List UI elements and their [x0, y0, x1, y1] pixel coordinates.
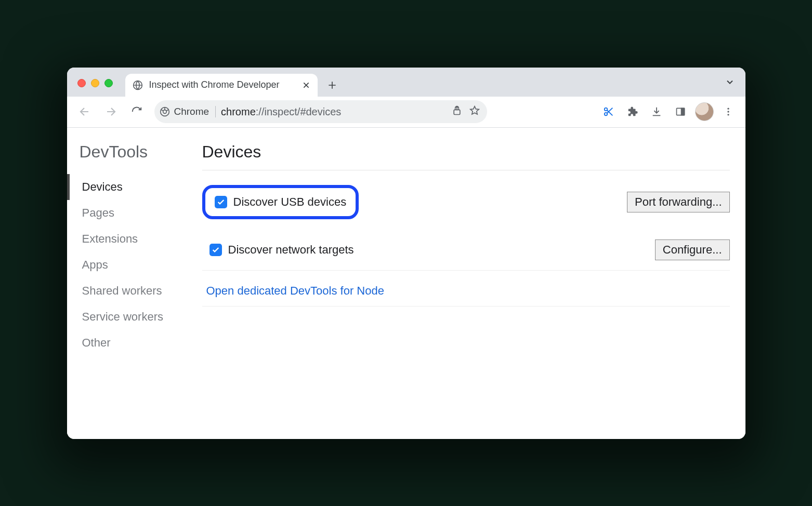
- titlebar: Inspect with Chrome Developer: [67, 68, 745, 97]
- sidebar-item-service-workers[interactable]: Service workers: [67, 304, 202, 330]
- active-tab[interactable]: Inspect with Chrome Developer: [125, 74, 318, 97]
- site-chip[interactable]: Chrome: [160, 106, 216, 117]
- svg-point-10: [727, 114, 729, 115]
- profile-avatar[interactable]: [693, 101, 715, 123]
- network-row: Discover network targets Configure...: [202, 236, 730, 271]
- svg-point-2: [163, 110, 166, 114]
- tab-search-button[interactable]: [725, 77, 735, 89]
- bookmark-icon[interactable]: [469, 105, 480, 118]
- sidebar-item-pages[interactable]: Pages: [67, 200, 202, 226]
- checkbox-checked-icon: [215, 196, 227, 208]
- close-window-button[interactable]: [77, 79, 86, 87]
- sidebar-item-other[interactable]: Other: [67, 330, 202, 356]
- discover-network-checkbox[interactable]: Discover network targets: [202, 239, 361, 261]
- sidebar-item-devices[interactable]: Devices: [67, 174, 202, 200]
- sidebar: DevTools Devices Pages Extensions Apps S…: [67, 128, 202, 439]
- checkbox-checked-icon: [209, 244, 222, 256]
- tab-title: Inspect with Chrome Developer: [149, 79, 296, 90]
- discover-usb-label: Discover USB devices: [233, 195, 347, 209]
- side-panel-icon[interactable]: [670, 101, 691, 123]
- configure-button[interactable]: Configure...: [655, 239, 730, 260]
- address-bar[interactable]: Chrome chrome://inspect/#devices: [154, 100, 487, 123]
- globe-icon: [133, 80, 143, 90]
- reload-button[interactable]: [125, 100, 148, 123]
- svg-point-5: [604, 113, 607, 116]
- port-forwarding-button[interactable]: Port forwarding...: [627, 192, 730, 212]
- node-link-row: Open dedicated DevTools for Node: [202, 278, 730, 307]
- svg-rect-7: [681, 108, 684, 115]
- site-chip-label: Chrome: [174, 106, 209, 117]
- sidebar-item-shared-workers[interactable]: Shared workers: [67, 278, 202, 304]
- page-content: DevTools Devices Pages Extensions Apps S…: [67, 128, 745, 439]
- sidebar-item-apps[interactable]: Apps: [67, 252, 202, 278]
- back-button[interactable]: [73, 100, 96, 123]
- discover-usb-checkbox[interactable]: Discover USB devices: [202, 185, 359, 219]
- discover-network-label: Discover network targets: [228, 243, 354, 257]
- downloads-icon[interactable]: [646, 101, 667, 123]
- toolbar-actions: [598, 101, 739, 123]
- sidebar-nav: Devices Pages Extensions Apps Shared wor…: [67, 174, 202, 356]
- share-icon[interactable]: [452, 105, 462, 118]
- window-controls: [73, 79, 125, 97]
- svg-point-8: [727, 108, 729, 110]
- page-title: Devices: [202, 142, 730, 170]
- scissors-icon[interactable]: [598, 101, 620, 123]
- browser-window: Inspect with Chrome Developer: [67, 68, 745, 439]
- svg-point-4: [604, 108, 607, 111]
- url-text: chrome://inspect/#devices: [221, 106, 446, 118]
- extensions-icon[interactable]: [622, 101, 644, 123]
- main-panel: Devices Discover USB devices Port forwar…: [202, 128, 745, 439]
- menu-button[interactable]: [717, 101, 739, 123]
- minimize-window-button[interactable]: [91, 79, 99, 87]
- forward-button[interactable]: [99, 100, 122, 123]
- svg-point-9: [727, 111, 729, 112]
- usb-row: Discover USB devices Port forwarding...: [202, 182, 730, 229]
- new-tab-button[interactable]: [322, 75, 343, 96]
- sidebar-item-extensions[interactable]: Extensions: [67, 226, 202, 252]
- avatar-image: [695, 102, 714, 121]
- maximize-window-button[interactable]: [104, 79, 113, 87]
- close-tab-icon[interactable]: [302, 81, 310, 89]
- open-devtools-node-link[interactable]: Open dedicated DevTools for Node: [202, 278, 384, 306]
- sidebar-brand: DevTools: [67, 142, 202, 174]
- svg-rect-3: [454, 110, 460, 114]
- toolbar: Chrome chrome://inspect/#devices: [67, 97, 745, 128]
